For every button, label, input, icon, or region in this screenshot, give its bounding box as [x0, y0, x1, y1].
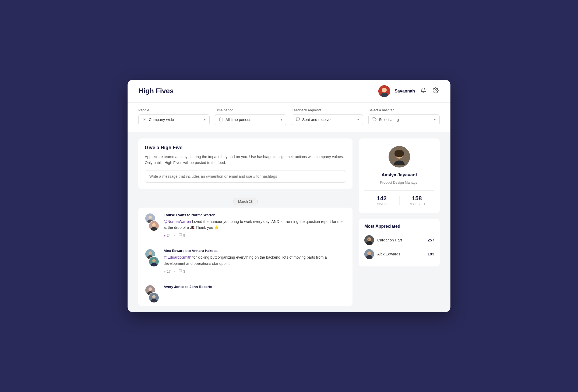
time-label: Time period	[215, 108, 286, 112]
svg-point-27	[151, 299, 157, 303]
time-select[interactable]: All time periods ▾	[215, 114, 286, 125]
likes-count: 17	[167, 269, 171, 273]
people-select[interactable]: Company-wide ▾	[138, 114, 210, 125]
svg-point-20	[152, 259, 156, 262]
hashtag-filter: Select a hashtag Select a tag ▾	[368, 108, 440, 125]
feedback-select[interactable]: Sent and received ▾	[292, 114, 363, 125]
feed-list: Louise Evans to Norma Warren @NormaWarre…	[138, 208, 353, 306]
person-icon	[142, 117, 147, 122]
give-hf-title: Give a High Five	[145, 145, 182, 151]
likes-count: 24	[167, 233, 171, 237]
ma-name-2: Alex Edwards	[377, 252, 400, 256]
svg-point-4	[144, 118, 145, 119]
svg-point-26	[152, 295, 156, 298]
mention-text: @EduardoSmith	[164, 255, 191, 259]
profile-avatar	[389, 146, 410, 168]
card-actions: ♥ 17 • 3	[164, 269, 346, 274]
user-avatar	[378, 85, 390, 97]
ma-score-1: 257	[428, 238, 434, 242]
most-appreciated-card: Most Appreciated Cardarion Hart	[359, 219, 440, 266]
people-value: Company-wide	[149, 117, 174, 122]
notifications-button[interactable]	[419, 86, 427, 96]
give-high-five-card: Give a High Five ··· Appreciate teammate…	[138, 138, 353, 189]
likes-action: ♥ 17	[164, 269, 171, 273]
recipient-avatar	[149, 292, 159, 303]
give-hf-description: Appreciate teammates by sharing the impa…	[145, 154, 346, 166]
profile-name: Aasiya Jayavant	[382, 172, 417, 178]
feed-card: Avery Jones to John Roberts	[138, 279, 353, 306]
svg-point-15	[151, 227, 157, 231]
high-five-input[interactable]	[145, 170, 346, 183]
svg-point-21	[151, 263, 157, 267]
right-column: Aasiya Jayavant Product Design Manager 1…	[359, 138, 440, 306]
svg-point-11	[149, 216, 152, 219]
stat-received: 158 RECEIVED	[400, 195, 435, 206]
main-content: Give a High Five ··· Appreciate teammate…	[128, 132, 450, 312]
feedback-filter: Feedback requests Sent and received ▾	[292, 108, 363, 125]
heart-icon: ♥	[164, 233, 166, 237]
recipient-avatar	[149, 220, 159, 231]
card-message: @EduardoSmith for kicking butt organizin…	[164, 254, 346, 266]
comments-action: 3	[178, 269, 185, 274]
date-pill: March 28	[233, 198, 258, 205]
feedback-chevron: ▾	[357, 118, 359, 122]
date-divider: March 28	[138, 193, 353, 208]
svg-point-14	[152, 223, 156, 227]
profile-stats: 142 GIVEN 158 RECEIVED	[364, 190, 434, 206]
comments-action: 9	[178, 233, 185, 238]
received-label: RECEIVED	[400, 202, 435, 206]
given-label: GIVEN	[364, 202, 399, 206]
hashtag-chevron: ▾	[434, 118, 436, 122]
likes-action: ♥ 24	[164, 233, 171, 237]
time-filter: Time period All time periods ▾	[215, 108, 286, 125]
hashtag-value: Select a tag	[379, 117, 399, 122]
svg-rect-5	[220, 118, 223, 121]
profile-card: Aasiya Jayavant Product Design Manager 1…	[359, 138, 440, 213]
message-icon	[296, 117, 300, 122]
app-window: High Fives Savannah	[128, 80, 450, 312]
time-chevron: ▾	[281, 118, 282, 122]
page-title: High Fives	[138, 87, 174, 95]
most-appreciated-item: Alex Edwards 193	[364, 247, 434, 261]
people-label: People	[138, 108, 210, 112]
svg-point-1	[382, 88, 387, 92]
most-appreciated-item: Cardarion Hart 257	[364, 233, 434, 247]
calendar-icon	[219, 117, 223, 122]
given-count: 142	[364, 195, 399, 202]
avatars-stack	[145, 285, 160, 303]
comment-icon	[178, 233, 182, 238]
ma-name-1: Cardarion Hart	[377, 238, 402, 242]
time-value: All time periods	[225, 117, 251, 122]
header-right: Savannah	[378, 85, 440, 97]
svg-point-36	[367, 251, 371, 255]
hashtag-label: Select a hashtag	[368, 108, 440, 112]
recipient-avatar	[149, 256, 159, 267]
feed-card: Alex Edwards to Annaru Hakopa @EduardoSm…	[138, 243, 353, 279]
card-from-to: Louise Evans to Norma Warren	[164, 213, 346, 217]
feedback-label: Feedback requests	[292, 108, 363, 112]
settings-button[interactable]	[432, 86, 440, 96]
mention-text: @NormaWarren	[164, 219, 191, 224]
profile-role: Product Design Manager	[380, 180, 419, 184]
people-filter: People Company-wide ▾	[138, 108, 210, 125]
avatars-stack	[145, 249, 160, 274]
most-appreciated-title: Most Appreciated	[364, 224, 434, 229]
comment-icon	[178, 269, 182, 274]
comments-count: 3	[183, 269, 185, 273]
heart-icon: ♥	[164, 269, 166, 273]
svg-point-3	[435, 90, 436, 91]
feedback-value: Sent and received	[302, 117, 333, 122]
tag-icon	[372, 117, 377, 122]
card-from-to: Alex Edwards to Annaru Hakopa	[164, 249, 346, 253]
ma-score-2: 193	[428, 252, 434, 256]
received-count: 158	[400, 195, 435, 202]
header: High Fives Savannah	[128, 80, 450, 103]
hashtag-select[interactable]: Select a tag ▾	[368, 114, 440, 125]
more-options-button[interactable]: ···	[340, 145, 346, 151]
svg-point-34	[368, 239, 369, 240]
svg-point-30	[394, 150, 404, 157]
feed-card: Louise Evans to Norma Warren @NormaWarre…	[138, 208, 353, 244]
card-from-to: Avery Jones to John Roberts	[164, 285, 346, 289]
user-name-label: Savannah	[394, 89, 415, 94]
svg-point-23	[149, 287, 152, 291]
